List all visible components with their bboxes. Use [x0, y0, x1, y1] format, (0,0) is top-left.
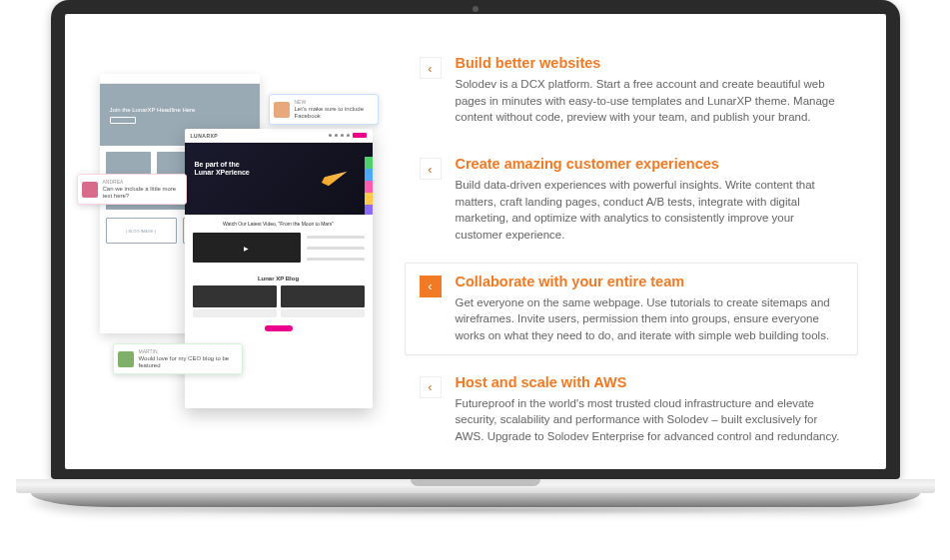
screen-content: Join the LunarXP Headline Here Latest Bl… [65, 14, 886, 469]
laptop-notch [411, 479, 540, 486]
chevron-left-icon: ‹ [420, 158, 442, 180]
feature-desc: Futureproof in the world's most trusted … [456, 395, 843, 445]
feature-desc: Build data-driven experiences with power… [456, 177, 843, 244]
camera-icon [473, 6, 478, 12]
hero-line2: Lunar XPerience [195, 169, 250, 176]
blog-title: Lunar XP Blog [185, 272, 373, 283]
feature-title: Collaborate with your entire team [456, 274, 843, 289]
cta-pill [265, 325, 293, 331]
laptop-base [16, 479, 935, 515]
video-section-title: Watch Our Latest Video, "From the Moon t… [185, 215, 373, 233]
laptop-mockup: Join the LunarXP Headline Here Latest Bl… [51, 0, 900, 515]
live-logo: LUNARXP [191, 133, 219, 139]
wireframe-blog-tag: [ BLOG IMAGE ] [106, 218, 177, 244]
preview-composition: Join the LunarXP Headline Here Latest Bl… [85, 44, 385, 439]
hero-line1: Be part of the [195, 161, 240, 168]
feature-list: ‹ Build better websites Solodev is a DCX… [385, 44, 858, 439]
comment-bubble-facebook[interactable]: NEWLet's make sure to include Facebook [269, 94, 379, 125]
feature-title: Create amazing customer experiences [456, 156, 843, 172]
comment-bubble-martin[interactable]: MARTINWould love for my CEO blog to be f… [113, 343, 243, 374]
feature-build-websites[interactable]: ‹ Build better websites Solodev is a DCX… [405, 44, 858, 137]
avatar [274, 102, 290, 118]
comment-bubble-andrea[interactable]: ANDREACan we include a little more text … [77, 174, 187, 205]
feature-desc: Solodev is a DCX platform. Start a free … [456, 76, 843, 126]
feature-desc: Get everyone on the same webpage. Use tu… [456, 294, 843, 344]
avatar [82, 182, 98, 198]
video-thumbnail [193, 233, 301, 263]
laptop-bezel: Join the LunarXP Headline Here Latest Bl… [51, 0, 900, 479]
feature-title: Host and scale with AWS [456, 374, 843, 390]
chevron-left-icon: ‹ [420, 57, 442, 79]
chevron-left-icon: ‹ [420, 276, 442, 297]
feature-collaborate[interactable]: ‹ Collaborate with your entire team Get … [405, 263, 858, 355]
chevron-left-icon: ‹ [420, 376, 442, 398]
wireframe-headline: Join the LunarXP Headline Here [110, 107, 260, 113]
feature-title: Build better websites [456, 55, 843, 71]
feature-host-aws[interactable]: ‹ Host and scale with AWS Futureproof in… [405, 363, 858, 456]
feature-customer-experiences[interactable]: ‹ Create amazing customer experiences Bu… [405, 145, 858, 255]
satellite-icon [311, 155, 361, 205]
avatar [118, 351, 134, 367]
